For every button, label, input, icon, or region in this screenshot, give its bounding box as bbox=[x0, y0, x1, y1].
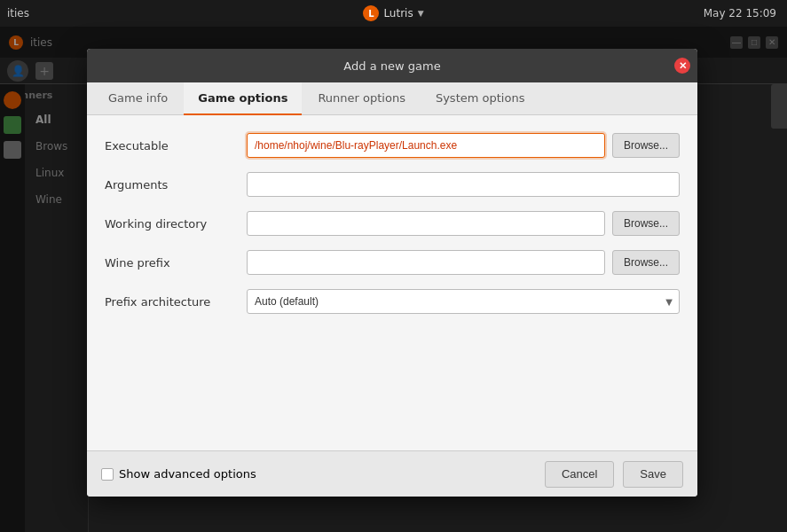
cancel-button[interactable]: Cancel bbox=[545, 461, 614, 488]
wine-prefix-row: Wine prefix Browse... bbox=[105, 250, 680, 275]
show-advanced-label: Show advanced options bbox=[119, 467, 256, 481]
taskbar-datetime: May 22 15:09 bbox=[704, 7, 776, 20]
taskbar-app-label: ities bbox=[7, 7, 29, 20]
footer-buttons: Cancel Save bbox=[545, 461, 683, 488]
arguments-label: Arguments bbox=[105, 178, 247, 192]
prefix-architecture-row: Prefix architecture Auto (default) 32-bi… bbox=[105, 289, 680, 314]
arguments-row: Arguments bbox=[105, 172, 680, 197]
wine-prefix-browse-button[interactable]: Browse... bbox=[612, 250, 680, 275]
taskbar: ities L Lutris ▼ May 22 15:09 bbox=[0, 0, 787, 27]
dialog-titlebar: Add a new game ✕ bbox=[87, 49, 697, 82]
working-directory-input-group: Browse... bbox=[247, 211, 680, 236]
tab-game-info[interactable]: Game info bbox=[94, 82, 182, 115]
dialog: Add a new game ✕ Game info Game options … bbox=[87, 49, 697, 497]
dialog-content: Executable Browse... Arguments Working d… bbox=[87, 115, 697, 450]
dialog-footer: Show advanced options Cancel Save bbox=[87, 450, 697, 497]
wine-prefix-label: Wine prefix bbox=[105, 256, 247, 270]
working-directory-label: Working directory bbox=[105, 217, 247, 231]
dialog-close-button[interactable]: ✕ bbox=[674, 58, 690, 74]
wine-prefix-input-group: Browse... bbox=[247, 250, 680, 275]
arguments-input[interactable] bbox=[247, 172, 680, 197]
prefix-architecture-select[interactable]: Auto (default) 32-bit 64-bit bbox=[247, 289, 680, 314]
dialog-title: Add a new game bbox=[343, 59, 440, 73]
arguments-input-group bbox=[247, 172, 680, 197]
tab-runner-options[interactable]: Runner options bbox=[303, 82, 420, 115]
working-directory-input[interactable] bbox=[247, 211, 605, 236]
dialog-tabs: Game info Game options Runner options Sy… bbox=[87, 82, 697, 115]
taskbar-lutris[interactable]: L Lutris ▼ bbox=[363, 5, 423, 21]
lutris-icon: L bbox=[363, 5, 379, 21]
tab-system-options[interactable]: System options bbox=[421, 82, 539, 115]
working-directory-browse-button[interactable]: Browse... bbox=[612, 211, 680, 236]
taskbar-dropdown-icon: ▼ bbox=[418, 9, 424, 18]
save-button[interactable]: Save bbox=[623, 461, 683, 488]
close-icon: ✕ bbox=[679, 60, 687, 72]
prefix-architecture-select-wrapper: Auto (default) 32-bit 64-bit ▼ bbox=[247, 289, 680, 314]
working-directory-row: Working directory Browse... bbox=[105, 211, 680, 236]
show-advanced-checkbox[interactable] bbox=[101, 468, 114, 481]
executable-browse-button[interactable]: Browse... bbox=[612, 133, 680, 158]
executable-row: Executable Browse... bbox=[105, 133, 680, 158]
executable-input-group: Browse... bbox=[247, 133, 680, 158]
executable-label: Executable bbox=[105, 139, 247, 153]
executable-input[interactable] bbox=[247, 133, 605, 158]
prefix-architecture-label: Prefix architecture bbox=[105, 295, 247, 309]
wine-prefix-input[interactable] bbox=[247, 250, 605, 275]
show-advanced-options[interactable]: Show advanced options bbox=[101, 467, 256, 481]
prefix-architecture-input-group: Auto (default) 32-bit 64-bit ▼ bbox=[247, 289, 680, 314]
taskbar-lutris-label: Lutris bbox=[383, 7, 413, 20]
tab-game-options[interactable]: Game options bbox=[184, 82, 302, 115]
